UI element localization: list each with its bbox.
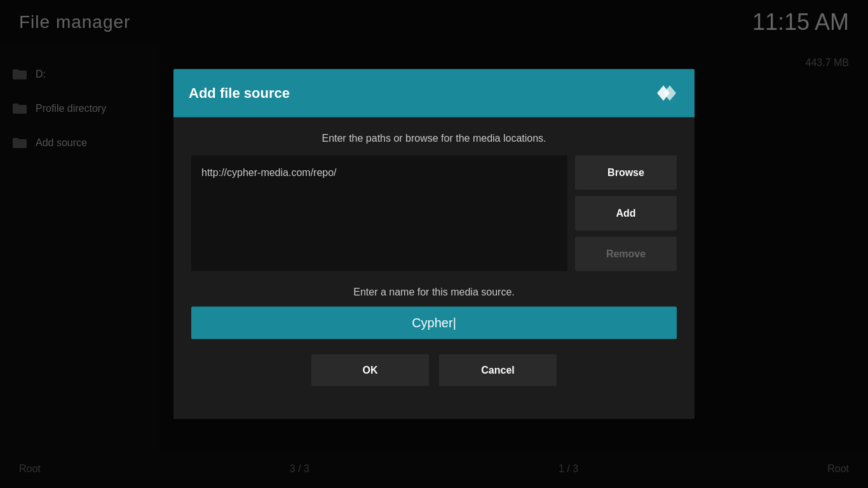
dialog-header: Add file source xyxy=(173,69,695,118)
add-file-source-dialog: Add file source Enter the paths or brows… xyxy=(173,69,695,419)
source-url-box[interactable]: http://cypher-media.com/repo/ xyxy=(191,156,567,271)
source-action-buttons: Browse Add Remove xyxy=(575,156,677,271)
dialog-title: Add file source xyxy=(189,85,290,102)
browse-button[interactable]: Browse xyxy=(575,156,677,190)
name-value: Cypher| xyxy=(412,316,456,330)
paths-instruction: Enter the paths or browse for the media … xyxy=(191,133,677,144)
ok-button[interactable]: OK xyxy=(311,355,429,386)
kodi-logo-icon xyxy=(654,81,679,106)
dialog-body: Enter the paths or browse for the media … xyxy=(173,118,695,419)
name-instruction: Enter a name for this media source. xyxy=(191,287,677,298)
media-source-name-input[interactable]: Cypher| xyxy=(191,307,677,339)
source-row: http://cypher-media.com/repo/ Browse Add… xyxy=(191,156,677,271)
remove-button[interactable]: Remove xyxy=(575,237,677,271)
cancel-button[interactable]: Cancel xyxy=(439,355,557,386)
source-url-text: http://cypher-media.com/repo/ xyxy=(201,166,337,180)
dialog-footer: OK Cancel xyxy=(191,355,677,404)
add-button[interactable]: Add xyxy=(575,196,677,231)
